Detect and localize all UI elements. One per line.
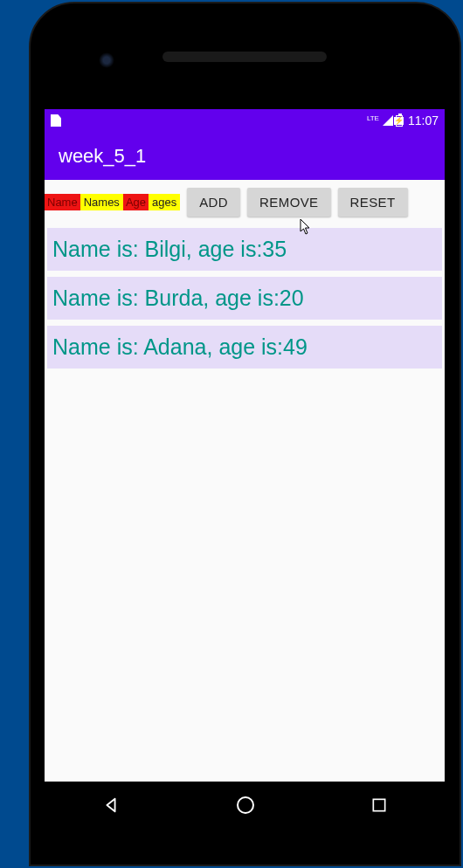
age-input[interactable]: ages [149,194,180,210]
buttons-group: ADD REMOVE RESET [187,188,445,217]
name-input[interactable]: Names [80,194,123,210]
app-content: Name Names Age ages ADD REMOVE RESET Nam… [45,180,445,782]
status-bar: LTE ⚡ 11:07 [45,109,445,132]
lte-label: LTE [367,114,379,122]
list-item[interactable]: Name is: Burda, age is:20 [47,277,442,320]
nav-back-button[interactable] [101,796,121,818]
items-list[interactable]: Name is: Bilgi, age is:35 Name is: Burda… [45,225,445,369]
status-right: LTE ⚡ 11:07 [367,114,439,127]
nav-home-button[interactable] [235,795,256,819]
app-bar: week_5_1 [45,132,445,180]
add-button[interactable]: ADD [187,188,240,217]
camera-icon [99,52,114,68]
clock-label: 11:07 [408,114,439,127]
controls-row: Name Names Age ages ADD REMOVE RESET [45,180,445,217]
charging-icon: ⚡ [394,117,404,125]
remove-button[interactable]: REMOVE [247,188,330,217]
list-item[interactable]: Name is: Bilgi, age is:35 [47,228,442,271]
notification-icon [51,114,61,127]
navigation-bar [45,782,445,831]
reset-button[interactable]: RESET [338,188,408,217]
inputs-group: Name Names Age ages [45,188,180,217]
signal-icon [383,115,393,126]
age-label: Age [123,194,149,210]
name-label: Name [45,194,80,210]
nav-recent-button[interactable] [370,796,388,817]
speaker-icon [162,52,327,62]
app-title: week_5_1 [59,145,146,168]
svg-point-0 [238,797,253,813]
battery-icon: ⚡ [396,115,403,127]
svg-rect-1 [373,799,384,810]
list-item[interactable]: Name is: Adana, age is:49 [47,326,442,369]
device-screen: LTE ⚡ 11:07 week_5_1 Name Names Age ages… [45,109,445,782]
status-left [51,114,61,127]
